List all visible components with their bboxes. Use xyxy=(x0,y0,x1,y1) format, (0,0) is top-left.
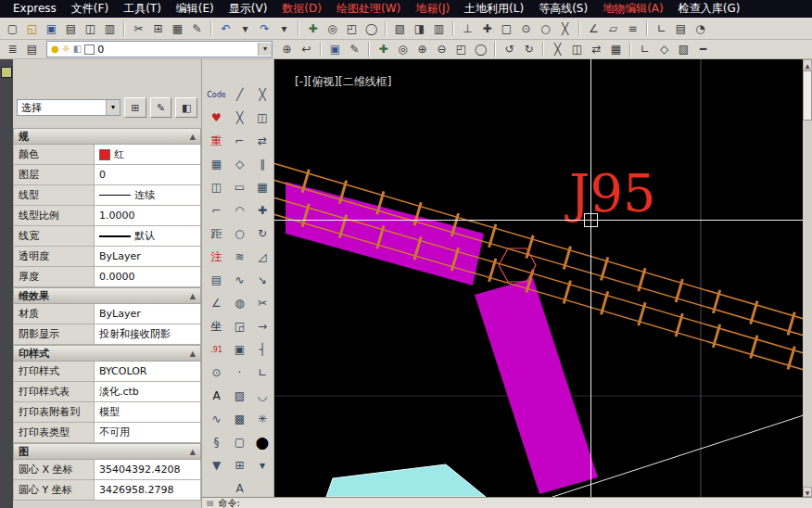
select-objects-button[interactable]: ✎ xyxy=(150,97,172,118)
ortho-icon[interactable]: ∟ xyxy=(635,41,654,57)
array-tool-button[interactable]: ▦ xyxy=(252,176,273,198)
drawing-canvas[interactable]: J95 xyxy=(274,59,803,497)
hatch-tool-button[interactable]: ▨ xyxy=(229,385,250,407)
edit-icon[interactable]: ✎ xyxy=(345,41,364,57)
menu-draw-process[interactable]: 绘图处理(W) xyxy=(329,0,408,18)
annotation-tool-button[interactable]: 注 xyxy=(206,246,227,268)
point-tool-button[interactable]: · xyxy=(229,362,250,384)
undo-list-arrow[interactable]: ▾ xyxy=(235,20,255,37)
snap-center-icon[interactable]: ⊙ xyxy=(516,20,536,37)
selection-type-dropdown[interactable]: 选择 ▾ xyxy=(17,99,121,116)
table-tool-button[interactable]: ⊞ xyxy=(229,454,250,476)
orbit-icon[interactable]: ◔ xyxy=(691,20,710,37)
measure-area-icon[interactable]: ▱ xyxy=(603,20,623,37)
chamfer-tool-button[interactable]: ∟ xyxy=(252,362,273,384)
make-object-layer-current-icon[interactable]: ⊕ xyxy=(277,41,297,57)
copy-quick-icon[interactable]: ◫ xyxy=(567,41,587,57)
menu-express[interactable]: Express xyxy=(6,0,64,18)
section-tool-button[interactable]: § xyxy=(206,431,227,453)
erase-quick-icon[interactable]: ╳ xyxy=(548,41,567,57)
expand-toolbar-button[interactable]: ▾ xyxy=(252,454,273,476)
favorite-tool-button[interactable]: ♥ xyxy=(206,107,227,129)
pan-hand-icon[interactable]: ✚ xyxy=(374,41,393,57)
parcel-label-J95[interactable]: J95 xyxy=(565,163,656,223)
command-prompt[interactable]: 命令: xyxy=(219,497,240,508)
zoom-window2-icon[interactable]: ◰ xyxy=(451,41,471,57)
cut-icon[interactable]: ✂ xyxy=(129,20,148,37)
line-tool-button[interactable]: ╱ xyxy=(229,83,250,106)
text-style-button[interactable]: A xyxy=(206,385,227,407)
coordinate-tool-button[interactable]: 坐 xyxy=(206,315,227,337)
collapse-icon[interactable]: ▲ xyxy=(190,349,196,358)
scroll-down-icon[interactable]: ▼ xyxy=(803,487,812,497)
layer-states-manager-icon[interactable]: ▤ xyxy=(22,41,42,57)
curve-tool-button[interactable]: ∿ xyxy=(206,408,227,430)
snap-endpoint-icon[interactable]: □ xyxy=(497,20,516,37)
save-quick-icon[interactable]: ▣ xyxy=(325,41,345,57)
erase-tool-button[interactable]: ╳ xyxy=(252,83,273,106)
regen-icon[interactable]: ↻ xyxy=(519,41,539,57)
osnap-toggle-icon[interactable]: ◇ xyxy=(654,41,674,57)
redraw-cass-button[interactable]: 重 xyxy=(206,130,227,152)
redo-list-arrow[interactable]: ▾ xyxy=(274,20,294,37)
fillet-tool-button[interactable]: ◡ xyxy=(252,385,273,407)
stretch-tool-button[interactable]: ↘ xyxy=(252,269,273,291)
measure-distance-icon[interactable]: ∠ xyxy=(584,20,603,37)
lineweight-display-icon[interactable]: ━ xyxy=(693,41,713,57)
section-header-3d-effects[interactable]: 维效果 ▲ xyxy=(13,287,201,304)
scale-point91-button[interactable]: .91 xyxy=(206,338,227,361)
ruler-tool-button[interactable]: ▤ xyxy=(206,269,227,291)
collapse-icon[interactable]: ▲ xyxy=(190,133,196,141)
scrollbar-thumb[interactable] xyxy=(803,70,812,121)
rectangle-tool-button[interactable]: ▭ xyxy=(229,176,250,198)
toggle-pickadd-button[interactable]: ⊞ xyxy=(124,97,146,118)
layer-properties-manager-icon[interactable]: ≣ xyxy=(3,41,22,57)
snap-intersection-icon[interactable]: ╳ xyxy=(555,20,575,37)
layer-previous-icon[interactable]: ↩ xyxy=(297,41,316,57)
menu-contour[interactable]: 等高线(S) xyxy=(531,0,595,18)
paste-icon[interactable]: ▦ xyxy=(168,20,187,37)
arc-tool-button[interactable]: ◠ xyxy=(229,199,250,222)
section-header-view[interactable]: 图 ▲ xyxy=(13,443,201,460)
polyline-tool-button[interactable]: ⌐ xyxy=(229,130,250,152)
menu-file[interactable]: 文件(F) xyxy=(64,0,116,18)
scale-tool-button[interactable]: ◿ xyxy=(252,246,273,268)
zoom-in-icon[interactable]: ⊕ xyxy=(412,41,432,57)
viewport-controls[interactable]: [-][俯视][二维线框] xyxy=(295,74,391,90)
layer-dropdown[interactable]: ● ☼ ◧ 0 ▾ xyxy=(46,41,273,57)
new-file-icon[interactable]: ▢ xyxy=(3,20,22,37)
redraw-icon[interactable]: ↺ xyxy=(500,41,519,57)
distance-tool-button[interactable]: 距 xyxy=(206,222,227,245)
insert-block-tool-button[interactable]: ◲ xyxy=(229,315,250,337)
scroll-up-icon[interactable]: ▲ xyxy=(803,59,812,70)
code-tool-button[interactable]: Code xyxy=(206,83,227,106)
zoom-extents-icon[interactable]: ◯ xyxy=(471,41,490,57)
open-file-icon[interactable]: ◱ xyxy=(22,20,42,37)
plot-icon[interactable]: ▤ xyxy=(61,20,81,37)
menu-data[interactable]: 数据(D) xyxy=(274,0,329,18)
mirror-tool-button[interactable]: ⇄ xyxy=(252,130,273,152)
explode-tool-button[interactable]: ✳ xyxy=(252,408,273,430)
pan-icon[interactable]: ✚ xyxy=(303,20,323,37)
zoom-realtime-icon[interactable]: ◎ xyxy=(323,20,342,37)
circle-tool-button[interactable]: ○ xyxy=(229,222,250,245)
menu-tools[interactable]: 工具(T) xyxy=(116,0,169,18)
angle-tool-button[interactable]: ∠ xyxy=(206,292,227,314)
down-arrow-button[interactable]: ▼ xyxy=(206,454,227,476)
chevron-down-icon[interactable]: ▾ xyxy=(106,100,120,115)
pan-window-button[interactable]: ◫ xyxy=(206,176,227,198)
quick-select-button[interactable]: ◧ xyxy=(175,97,197,118)
model-space-viewport[interactable]: [-][俯视][二维线框] xyxy=(274,59,803,497)
extend-tool-button[interactable]: → xyxy=(252,315,273,337)
command-line-bar[interactable]: ▤ 命令: xyxy=(202,497,812,508)
undo-icon[interactable]: ↶ xyxy=(216,20,235,37)
menu-feature-edit[interactable]: 地物编辑(A) xyxy=(595,0,671,18)
trim-tool-button[interactable]: ✂ xyxy=(252,292,273,314)
break-tool-button[interactable]: ┤ xyxy=(252,338,273,361)
zoom-window-icon[interactable]: ◰ xyxy=(342,20,362,37)
move-tool-button[interactable]: ✚ xyxy=(252,199,273,222)
multiline-text-tool-button[interactable]: A xyxy=(229,477,250,497)
tool-palettes-icon[interactable]: ▥ xyxy=(429,20,449,37)
array-quick-icon[interactable]: ▦ xyxy=(606,41,626,57)
copy-clip-icon[interactable]: ⊞ xyxy=(148,20,168,37)
